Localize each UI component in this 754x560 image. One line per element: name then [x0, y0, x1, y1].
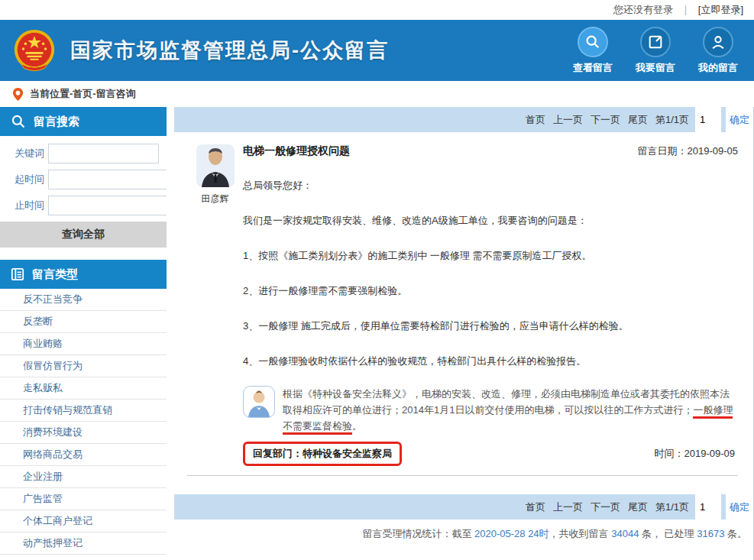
page-info: 第1/1页 — [655, 500, 689, 514]
page-first-link[interactable]: 首页 — [526, 113, 545, 127]
type-item[interactable]: 广告监管 — [0, 488, 167, 510]
national-emblem-icon — [11, 27, 58, 74]
login-separator: ｜ — [681, 3, 691, 17]
login-status-text: 您还没有登录 — [613, 3, 673, 17]
nav-my-messages[interactable]: 我的留言 — [693, 27, 743, 75]
reply-department-annotated: 回复部门：特种设备安全监察局 — [243, 442, 402, 466]
type-item[interactable]: 假冒仿冒行为 — [0, 355, 167, 377]
reply-text: 根据《特种设备安全法释义》，电梯的安装、改造、修理，必须由电梯制造单位或者其委托… — [283, 386, 738, 434]
compose-icon — [640, 27, 671, 57]
type-panel-title: 留言类型 — [32, 267, 78, 282]
message-paragraph: 3、一般修理 施工完成后，使用单位需要特检部门进行检验的，应当申请什么样的检验。 — [243, 319, 738, 334]
keyword-input[interactable] — [48, 144, 159, 163]
page-next-link[interactable]: 下一页 — [591, 113, 620, 127]
pagination-top: 首页 上一页 下一页 尾页 第1/1页 确定 — [174, 107, 753, 132]
page-last-link[interactable]: 尾页 — [628, 113, 648, 127]
statistics-line: 留言受理情况统计：截至 2020-05-28 24时，共收到留言 34044 条… — [174, 520, 753, 541]
list-icon — [11, 267, 24, 281]
end-date-input[interactable] — [49, 196, 167, 215]
start-date-label: 起时间 — [5, 173, 44, 186]
page-confirm-button[interactable]: 确定 — [726, 107, 753, 132]
message-date: 留言日期：2019-09-05 — [638, 144, 739, 158]
person-avatar — [243, 386, 275, 418]
page-last-link[interactable]: 尾页 — [628, 500, 648, 514]
nav-label: 查看留言 — [573, 61, 613, 75]
page-confirm-button[interactable]: 确定 — [726, 494, 753, 520]
nav-view-messages[interactable]: 查看留言 — [568, 27, 618, 75]
search-icon — [11, 114, 26, 129]
page-first-link[interactable]: 首页 — [526, 500, 545, 514]
sidebar-gap — [0, 254, 167, 260]
reply-time: 时间：2019-09-09 — [655, 447, 739, 461]
message-paragraph: 总局领导您好： — [243, 178, 738, 193]
type-item[interactable]: 消费环境建设 — [0, 422, 167, 444]
login-link[interactable]: [立即登录] — [698, 3, 743, 17]
page-prev-link[interactable]: 上一页 — [553, 113, 583, 127]
main-content: 首页 上一页 下一页 尾页 第1/1页 确定 田彦辉 — [174, 107, 754, 560]
search-icon — [578, 27, 608, 57]
message-type-list: 反不正当竞争 反垄断 商业贿赂 假冒仿冒行为 走私贩私 打击传销与规范直销 消费… — [0, 289, 167, 560]
site-title: 国家市场监督管理总局-公众留言 — [70, 37, 389, 64]
type-item[interactable]: 信用监管 — [0, 555, 167, 560]
type-item[interactable]: 个体工商户登记 — [0, 510, 167, 532]
breadcrumb: 当前位置-首页-留言咨询 — [0, 81, 754, 107]
type-item[interactable]: 反垄断 — [0, 311, 167, 333]
message-paragraph: 2、进行一般修理需不需要强制检验。 — [243, 283, 738, 299]
page-info: 第1/1页 — [655, 113, 689, 127]
keyword-label: 关键词 — [5, 147, 44, 160]
location-pin-icon — [12, 87, 24, 102]
type-item[interactable]: 企业注册 — [0, 466, 167, 488]
start-date-input[interactable] — [49, 170, 167, 189]
nav-post-message[interactable]: 我要留言 — [630, 27, 681, 75]
search-form: 关键词 起时间 止时间 — [0, 136, 167, 254]
nav-label: 我要留言 — [636, 61, 675, 75]
stats-cutoff-date: 2020-05-28 24时 — [474, 528, 549, 539]
reply-block: 根据《特种设备安全法释义》，电梯的安装、改造、修理，必须由电梯制造单位或者其委托… — [243, 386, 738, 434]
stats-received-count: 34044 — [611, 528, 639, 539]
page-number-input[interactable] — [695, 494, 721, 520]
site-header: 国家市场监督管理总局-公众留言 查看留言 我要留言 我的留言 — [0, 20, 754, 81]
page-prev-link[interactable]: 上一页 — [553, 500, 583, 514]
message-author: 田彦辉 — [187, 193, 243, 206]
type-item[interactable]: 网络商品交易 — [0, 444, 167, 466]
page-number-input[interactable] — [695, 107, 721, 132]
search-panel-header: 留言搜索 — [0, 107, 167, 136]
breadcrumb-text: 当前位置-首页-留言咨询 — [30, 87, 136, 101]
message-paragraph: 1、按照《施工类别划分表》的施工类别中 一般修理 需不需要原制造工厂授权。 — [243, 248, 738, 264]
type-panel-header: 留言类型 — [0, 260, 167, 289]
stats-processed-count: 31673 — [697, 528, 724, 539]
message-paragraph: 4、一般修理验收时依据什么样的验收规范，特检部门出具什么样的检验报告。 — [243, 354, 738, 369]
end-date-label: 止时间 — [5, 199, 44, 212]
type-item[interactable]: 商业贿赂 — [0, 333, 167, 355]
top-login-bar: 您还没有登录 ｜ [立即登录] — [0, 0, 754, 20]
businessman-avatar — [196, 144, 235, 187]
page-next-link[interactable]: 下一页 — [591, 500, 620, 514]
sidebar: 留言搜索 关键词 起时间 止时间 — [0, 107, 167, 560]
pagination-bottom: 首页 上一页 下一页 尾页 第1/1页 确定 — [174, 494, 753, 520]
query-all-button[interactable]: 查询全部 — [0, 222, 167, 248]
type-item[interactable]: 走私贩私 — [0, 377, 167, 400]
message-panel: 田彦辉 电梯一般修理授权问题 留言日期：2019-09-05 总局领导您好： 我… — [174, 132, 753, 476]
type-item[interactable]: 反不正当竞争 — [0, 289, 167, 311]
message-paragraph: 我们是一家按规定取得安装、维修、改造的A级施工单位，我要咨询的问题是： — [243, 213, 738, 228]
search-panel-title: 留言搜索 — [34, 115, 79, 129]
user-icon — [703, 27, 733, 57]
type-item[interactable]: 动产抵押登记 — [0, 532, 167, 555]
message-title: 电梯一般修理授权问题 — [243, 144, 350, 158]
type-item[interactable]: 打击传销与规范直销 — [0, 400, 167, 422]
nav-label: 我的留言 — [698, 61, 738, 75]
header-nav: 查看留言 我要留言 我的留言 — [568, 27, 748, 75]
